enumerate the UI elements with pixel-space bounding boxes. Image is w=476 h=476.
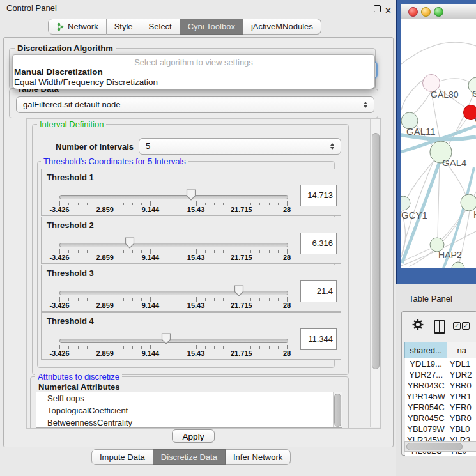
list-scrollbar-thumb[interactable]	[334, 394, 341, 427]
tick-mark	[59, 345, 60, 349]
zoom-traffic-light-icon[interactable]	[434, 7, 443, 17]
tick-label: 28	[283, 302, 291, 309]
cell[interactable]: YBL0	[447, 424, 476, 434]
tick-mark	[269, 250, 270, 253]
node-label: GAL11	[406, 126, 436, 137]
list-scrollbar[interactable]	[333, 392, 342, 427]
dropdown-option-equal-width[interactable]: Equal Width/Frequency Discretization	[14, 77, 158, 87]
threshold-1-slider-track[interactable]	[59, 195, 288, 199]
tick-label: 2.859	[96, 302, 114, 309]
threshold-3-value[interactable]: 21.4	[300, 280, 337, 302]
table-row[interactable]: YPR145WYPR1	[405, 391, 476, 402]
cell[interactable]: YBR0	[447, 413, 476, 424]
table-scrollbar-thumb[interactable]	[406, 443, 463, 450]
close-traffic-light-icon[interactable]	[408, 7, 418, 17]
number-of-intervals-combo[interactable]: 5	[139, 138, 341, 155]
tick-label: -3.426	[49, 206, 69, 213]
node-gcy1[interactable]	[401, 196, 410, 210]
node-bottom[interactable]	[452, 262, 464, 268]
table-row[interactable]: YER054CYER0	[405, 402, 476, 413]
table-row[interactable]: YDL19...YDL1	[405, 358, 476, 370]
table-row[interactable]: YBL079WYBL0	[405, 424, 476, 434]
cell[interactable]: YDL19...	[405, 358, 447, 370]
tick-mark	[78, 298, 79, 301]
tick-mark	[68, 346, 69, 349]
threshold-2-slider-track[interactable]	[59, 243, 288, 247]
tick-label: 9.144	[142, 349, 160, 357]
tick-mark	[269, 203, 270, 205]
cell[interactable]: YDR2	[447, 369, 476, 380]
minimize-traffic-light-icon[interactable]	[421, 7, 431, 17]
table-data-combo-value: galFiltered.sif default node	[23, 100, 120, 109]
tab-cyni-toolbox[interactable]: Cyni Toolbox	[180, 19, 243, 35]
tab-style[interactable]: Style	[107, 19, 141, 35]
tab-infer-network[interactable]: Infer Network	[226, 449, 291, 465]
cell[interactable]: YER054C	[405, 402, 447, 413]
slider-tick-labels: -3.4262.8599.14415.4321.71528	[59, 206, 287, 213]
cell[interactable]: YPR1	[447, 391, 476, 402]
threshold-4-slider-thumb[interactable]	[161, 333, 171, 344]
tab-network[interactable]: Network	[48, 19, 107, 35]
cell[interactable]: YBR0	[447, 380, 476, 391]
slider-tick-labels: -3.4262.8599.14415.4321.71528	[59, 302, 287, 309]
threshold-1-slider-thumb[interactable]	[186, 189, 196, 201]
tick-mark	[223, 346, 224, 349]
table-horizontal-scrollbar[interactable]	[404, 441, 476, 452]
column-header-name[interactable]: na	[447, 342, 476, 358]
tick-mark	[114, 250, 114, 253]
column-header-shared[interactable]: shared...	[405, 342, 447, 358]
tick-mark	[123, 250, 124, 253]
cell[interactable]: YBR045C	[405, 413, 447, 424]
threshold-4-slider-track[interactable]	[59, 339, 288, 343]
threshold-1-panel: Threshold 1 -3.4262.8599.14415.4321.7152…	[41, 169, 341, 216]
list-item[interactable]: TopologicalCoefficient	[36, 404, 342, 417]
threshold-1-value[interactable]: 14.713	[300, 185, 337, 206]
cell[interactable]: YDL1	[447, 358, 476, 370]
tab-impute-data[interactable]: Impute Data	[91, 449, 153, 465]
tab-select[interactable]: Select	[141, 19, 180, 35]
numerical-attributes-list[interactable]: SelfLoops TopologicalCoefficient Between…	[36, 392, 342, 428]
table-row[interactable]: YBR045CYBR0	[405, 413, 476, 424]
tick-mark	[233, 298, 233, 301]
table-row[interactable]: YDR27...YDR2	[405, 369, 476, 380]
cell[interactable]: YBR043C	[405, 380, 447, 391]
split-panel-icon[interactable]	[434, 320, 445, 334]
checkbox-icon[interactable]: ✓	[453, 322, 461, 330]
tick-label: 2.859	[96, 254, 114, 261]
table-row[interactable]: YBR043CYBR0	[405, 380, 476, 391]
gear-icon[interactable]	[412, 319, 424, 330]
discretization-algorithm-label: Discretization Algorithm	[15, 43, 116, 53]
threshold-3-slider-thumb[interactable]	[234, 285, 244, 296]
node-label: G	[472, 89, 476, 99]
threshold-2-slider-thumb[interactable]	[125, 237, 135, 249]
float-window-icon[interactable]	[374, 5, 381, 12]
tab-discretize-data[interactable]: Discretize Data	[153, 449, 226, 465]
tick-label: -3.426	[49, 302, 69, 309]
combo-arrows-icon	[363, 97, 368, 112]
tick-mark	[105, 249, 105, 254]
checkbox-icon[interactable]: ✓	[462, 322, 470, 330]
apply-button[interactable]: Apply	[172, 429, 215, 443]
tick-mark	[242, 345, 242, 349]
tab-jactivemnodules-label: jActiveMNodules	[251, 22, 313, 31]
cell[interactable]: YBL079W	[405, 424, 447, 434]
tab-cyni-toolbox-label: Cyni Toolbox	[188, 22, 235, 31]
dropdown-option-manual[interactable]: Manual Discretization	[14, 67, 103, 77]
network-canvas[interactable]: GAL80 G C GAL11 GAL4 GCY1 H HAP2	[401, 19, 476, 268]
tab-jactivemnodules[interactable]: jActiveMNodules	[243, 19, 321, 35]
close-icon[interactable]: ✕	[385, 3, 392, 19]
tick-mark	[205, 203, 206, 205]
list-item[interactable]: BetweennessCentrality	[36, 417, 342, 428]
threshold-4-value[interactable]: 11.344	[300, 328, 337, 350]
threshold-3-slider-track[interactable]	[59, 291, 288, 295]
settings-scrollbar-thumb[interactable]	[372, 133, 380, 369]
cell[interactable]: YPR145W	[405, 391, 447, 402]
tick-mark	[141, 298, 142, 301]
tick-label: 21.715	[231, 349, 252, 357]
table-data-combo[interactable]: galFiltered.sif default node	[16, 96, 374, 113]
cell[interactable]: YER0	[447, 402, 476, 413]
cell[interactable]: YDR27...	[405, 369, 447, 380]
list-item[interactable]: SelfLoops	[36, 392, 342, 404]
threshold-2-value[interactable]: 6.316	[300, 233, 337, 254]
settings-scrollbar[interactable]	[370, 119, 380, 427]
